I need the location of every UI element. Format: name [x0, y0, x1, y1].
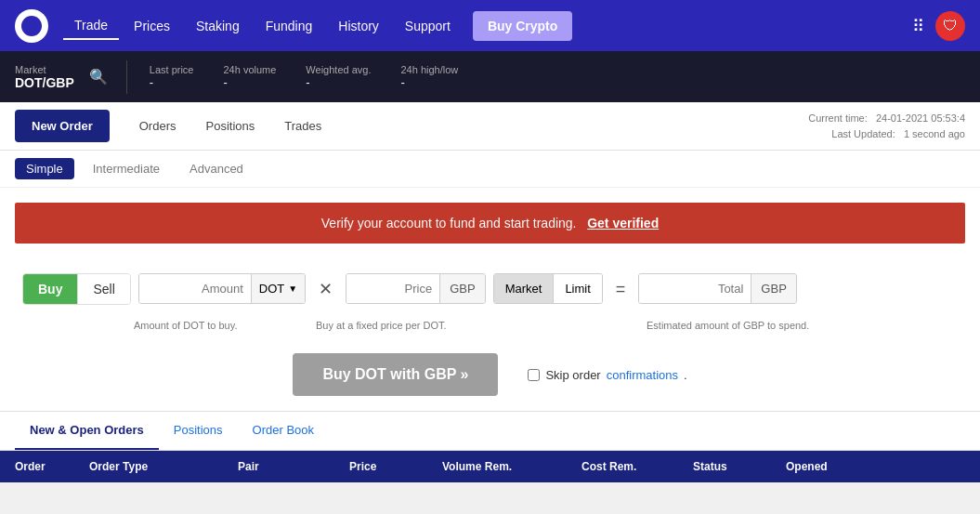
th-volume: Volume Rem. [442, 460, 581, 473]
limit-button[interactable]: Limit [553, 274, 601, 303]
order-type-intermediate[interactable]: Intermediate [82, 158, 171, 179]
nav-right-icons: ⠿ 🛡 [912, 11, 965, 41]
price-group: GBP [346, 273, 485, 304]
volume-label: 24h volume [223, 64, 276, 75]
last-price-label: Last price [150, 64, 194, 75]
highlow-label: 24h high/low [400, 64, 458, 75]
new-order-button[interactable]: New Order [15, 110, 110, 142]
multiply-sign: ✕ [313, 279, 338, 299]
last-price-value: - [150, 75, 194, 89]
amount-hint: Amount of DOT to buy. [22, 320, 245, 331]
volume-value: - [223, 75, 276, 89]
buy-dot-button[interactable]: Buy DOT with GBP » [293, 353, 498, 396]
skip-confirm-label: Skip order [545, 368, 600, 382]
th-status: Status [693, 460, 786, 473]
table-header: Order Order Type Pair Price Volume Rem. … [0, 451, 980, 482]
equals-sign: = [610, 280, 632, 299]
main-content: New Order Orders Positions Trades Curren… [0, 102, 980, 482]
market-button[interactable]: Market [494, 274, 554, 303]
current-time-value: 24-01-2021 05:53:4 [876, 112, 965, 124]
alert-message: Verify your account to fund and start tr… [321, 216, 577, 231]
price-hint: Buy at a fixed price per DOT. [316, 320, 520, 331]
buy-action-row: Buy DOT with GBP » Skip order confirmati… [0, 338, 980, 411]
amount-input[interactable] [139, 274, 251, 303]
tab-orders[interactable]: Orders [124, 104, 191, 148]
bottom-tab-order-book[interactable]: Order Book [238, 412, 329, 450]
nav-staking[interactable]: Staking [185, 13, 251, 39]
total-group: GBP [638, 273, 796, 304]
order-type-advanced[interactable]: Advanced [178, 158, 255, 179]
th-pair: Pair [238, 460, 349, 473]
total-input[interactable] [639, 274, 751, 303]
highlow-stat: 24h high/low - [400, 64, 458, 89]
buy-button[interactable]: Buy [23, 274, 77, 304]
weighted-label: Weighted avg. [306, 64, 371, 75]
tab-positions[interactable]: Positions [190, 104, 269, 148]
nav-prices[interactable]: Prices [123, 13, 181, 39]
grid-icon[interactable]: ⠿ [912, 16, 924, 36]
sell-button[interactable]: Sell [77, 274, 129, 304]
nav-support[interactable]: Support [394, 13, 462, 39]
get-verified-link[interactable]: Get verified [587, 216, 659, 231]
market-bar: Market DOT/GBP 🔍 Last price - 24h volume… [0, 51, 980, 102]
total-currency: GBP [751, 274, 795, 303]
bottom-tabs: New & Open Orders Positions Order Book [0, 411, 980, 451]
nav-history[interactable]: History [327, 13, 390, 39]
th-price: Price [349, 460, 442, 473]
top-nav: Trade Prices Staking Funding History Sup… [0, 0, 980, 51]
form-hints: Amount of DOT to buy. Buy at a fixed pri… [0, 320, 980, 338]
weighted-stat: Weighted avg. - [306, 64, 371, 89]
skip-confirm-suffix: . [684, 368, 687, 382]
token-select[interactable]: DOT ▼ [251, 274, 305, 303]
amount-section: DOT ▼ [138, 273, 306, 304]
last-updated-value: 1 second ago [904, 128, 965, 139]
market-pair: Market DOT/GBP [15, 64, 74, 90]
shield-icon[interactable]: 🛡 [935, 11, 965, 41]
market-divider [126, 60, 127, 94]
total-hint: Estimated amount of GBP to spend. [647, 320, 809, 331]
buy-sell-group: Buy Sell [22, 273, 131, 305]
total-section: GBP [638, 273, 796, 304]
nav-trade[interactable]: Trade [63, 12, 119, 40]
search-icon[interactable]: 🔍 [89, 68, 108, 86]
th-order: Order [15, 460, 89, 473]
nav-funding[interactable]: Funding [255, 13, 324, 39]
logo [15, 9, 48, 43]
nav-links: Trade Prices Staking Funding History Sup… [63, 11, 912, 41]
th-opened: Opened [786, 460, 965, 473]
confirmations-link[interactable]: confirmations [607, 368, 678, 382]
buy-crypto-button[interactable]: Buy Crypto [473, 11, 572, 41]
tab-trades[interactable]: Trades [269, 104, 336, 148]
tab-bar: New Order Orders Positions Trades Curren… [0, 102, 980, 151]
order-type-simple[interactable]: Simple [15, 158, 74, 179]
skip-confirm: Skip order confirmations . [528, 368, 686, 382]
skip-confirm-checkbox[interactable] [528, 369, 540, 381]
order-type-bar: Simple Intermediate Advanced [0, 151, 980, 188]
market-label: Market [15, 64, 74, 75]
order-form: Buy Sell DOT ▼ ✕ GBP Market Limi [0, 258, 980, 320]
weighted-value: - [306, 75, 371, 89]
bottom-tab-open-orders[interactable]: New & Open Orders [15, 412, 159, 450]
highlow-value: - [400, 75, 458, 89]
price-input[interactable] [346, 274, 439, 303]
volume-stat: 24h volume - [223, 64, 276, 89]
market-value: DOT/GBP [15, 75, 74, 90]
tab-bar-right: Current time: 24-01-2021 05:53:4 Last Up… [808, 111, 965, 141]
tab-bar-left: New Order Orders Positions Trades [15, 102, 808, 150]
alert-banner: Verify your account to fund and start tr… [15, 203, 965, 244]
market-limit-group: Market Limit [493, 273, 603, 304]
chevron-down-icon: ▼ [288, 283, 297, 294]
price-currency: GBP [439, 274, 484, 303]
token-label: DOT [259, 282, 284, 296]
last-updated-label: Last Updated: [831, 128, 895, 139]
price-section: GBP [346, 273, 485, 304]
th-cost: Cost Rem. [581, 460, 693, 473]
th-order-type: Order Type [89, 460, 238, 473]
last-price-stat: Last price - [150, 64, 194, 89]
current-time-label: Current time: [808, 112, 868, 124]
bottom-tab-positions[interactable]: Positions [159, 412, 238, 450]
amount-group: DOT ▼ [138, 273, 306, 304]
